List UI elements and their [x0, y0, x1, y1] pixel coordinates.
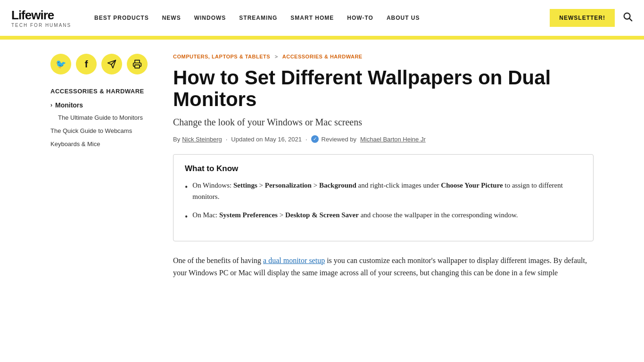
- site-header: Lifewire TECH FOR HUMANS BEST PRODUCTS N…: [0, 0, 644, 38]
- search-icon: [622, 11, 633, 22]
- wtk-text-2: On Mac: System Preferences > Desktop & S…: [192, 210, 518, 224]
- nav-about-us[interactable]: ABOUT US: [387, 15, 420, 21]
- updated-date: Updated on May 16, 2021: [231, 136, 302, 143]
- site-logo[interactable]: Lifewire: [11, 8, 77, 23]
- article-body-paragraph: One of the benefits of having a dual mon…: [173, 255, 594, 280]
- newsletter-button[interactable]: NEWSLETTER!: [550, 9, 615, 27]
- breadcrumb: COMPUTERS, LAPTOPS & TABLETS > ACCESSORI…: [173, 54, 594, 59]
- article-title: How to Set Different Wallpapers on Dual …: [173, 67, 594, 110]
- left-sidebar: 🐦 f ACCESSORIES & HARDWARE › Monitors: [50, 54, 154, 280]
- nav-news[interactable]: NEWS: [162, 15, 181, 21]
- site-tagline: TECH FOR HUMANS: [11, 23, 77, 28]
- nav-smart-home[interactable]: SMART HOME: [290, 15, 334, 21]
- facebook-share-button[interactable]: f: [76, 54, 97, 74]
- logo-area[interactable]: Lifewire TECH FOR HUMANS: [11, 8, 77, 28]
- chevron-right-icon: ›: [50, 102, 52, 108]
- verified-icon: ✓: [311, 135, 319, 143]
- sidebar-link-monitors[interactable]: The Ultimate Guide to Monitors: [58, 114, 154, 122]
- wtk-bullet-2: •: [185, 211, 188, 224]
- breadcrumb-part1[interactable]: COMPUTERS, LAPTOPS & TABLETS: [173, 54, 270, 59]
- article-body: One of the benefits of having a dual mon…: [173, 255, 594, 280]
- social-icons: 🐦 f: [50, 54, 154, 74]
- nav-streaming[interactable]: STREAMING: [239, 15, 277, 21]
- by-label: By: [173, 136, 180, 143]
- body-intro-text: One of the benefits of having: [173, 256, 263, 264]
- meta-dot: ·: [226, 136, 228, 143]
- content-wrapper: 🐦 f ACCESSORIES & HARDWARE › Monitors: [39, 40, 605, 280]
- reviewed-label: Reviewed by: [322, 136, 356, 143]
- wtk-item-2: • On Mac: System Preferences > Desktop &…: [185, 210, 582, 224]
- what-to-know-title: What to Know: [185, 164, 582, 173]
- print-button[interactable]: [127, 54, 148, 74]
- telegram-share-button[interactable]: [101, 54, 122, 74]
- wtk-bullet-1: •: [185, 181, 188, 202]
- dual-monitor-link[interactable]: a dual monitor setup: [263, 256, 325, 264]
- wtk-text-1: On Windows: Settings > Personalization >…: [192, 180, 582, 202]
- sidebar-section-title: ACCESSORIES & HARDWARE: [50, 88, 154, 96]
- sidebar-category-label: Monitors: [55, 101, 83, 109]
- main-content: COMPUTERS, LAPTOPS & TABLETS > ACCESSORI…: [173, 54, 594, 280]
- nav-windows[interactable]: WINDOWS: [194, 15, 226, 21]
- sidebar-link-keyboards[interactable]: Keyboards & Mice: [50, 140, 154, 148]
- twitter-share-button[interactable]: 🐦: [50, 54, 71, 74]
- nav-best-products[interactable]: BEST PRODUCTS: [94, 15, 149, 21]
- wtk-item-1: • On Windows: Settings > Personalization…: [185, 180, 582, 202]
- print-icon: [132, 59, 142, 69]
- breadcrumb-separator: >: [275, 54, 278, 59]
- telegram-icon: [107, 59, 116, 69]
- meta-dot2: ·: [305, 136, 307, 143]
- search-button[interactable]: [622, 11, 633, 25]
- reviewer-link[interactable]: Michael Barton Heine Jr: [360, 136, 426, 143]
- svg-rect-4: [135, 65, 140, 68]
- author-link[interactable]: Nick Steinberg: [182, 136, 222, 143]
- breadcrumb-part2[interactable]: ACCESSORIES & HARDWARE: [282, 54, 363, 59]
- article-subtitle: Change the look of your Windows or Mac s…: [173, 117, 594, 128]
- what-to-know-box: What to Know • On Windows: Settings > Pe…: [173, 154, 594, 241]
- sidebar-link-webcams[interactable]: The Quick Guide to Webcams: [50, 127, 154, 135]
- article-meta: By Nick Steinberg · Updated on May 16, 2…: [173, 135, 594, 143]
- sidebar-category-monitors[interactable]: › Monitors: [50, 101, 154, 109]
- main-nav: BEST PRODUCTS NEWS WINDOWS STREAMING SMA…: [94, 15, 542, 21]
- svg-line-1: [629, 18, 632, 21]
- nav-how-to[interactable]: HOW-TO: [347, 15, 373, 21]
